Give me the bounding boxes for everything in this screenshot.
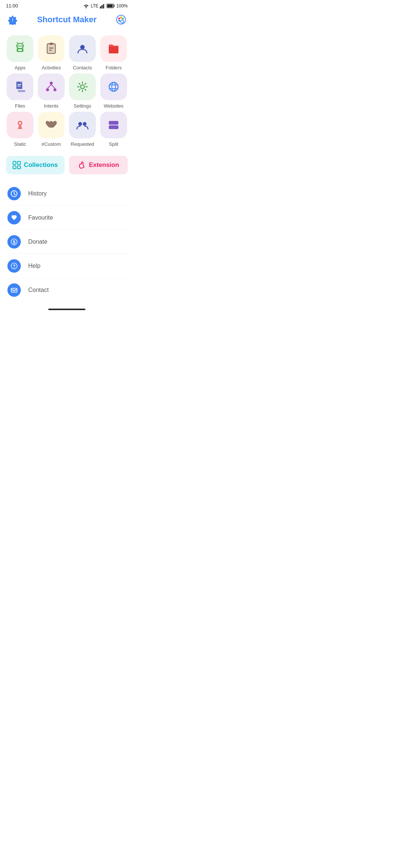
folders-label: Folders <box>105 65 121 70</box>
time-display: 11:00 <box>6 3 18 9</box>
contacts-label: Contacts <box>73 65 92 70</box>
collections-label: Collections <box>24 161 58 169</box>
svg-rect-3 <box>104 3 105 9</box>
action-buttons: Collections Extension <box>0 150 134 177</box>
svg-point-14 <box>121 20 123 23</box>
grid-item-intents[interactable]: Intents <box>37 73 65 109</box>
history-label: History <box>28 190 47 197</box>
websites-icon-box <box>100 73 127 100</box>
grid-item-contacts[interactable]: Contacts <box>68 35 97 70</box>
custom-label: #Custom <box>42 141 61 147</box>
static-label: Static <box>14 141 26 147</box>
svg-point-9 <box>118 18 120 20</box>
static-icon-box <box>7 112 33 138</box>
extension-button[interactable]: Extension <box>69 156 128 174</box>
svg-rect-30 <box>17 86 20 86</box>
activities-icon-box <box>38 35 65 62</box>
wifi-icon <box>83 4 89 8</box>
help-label: Help <box>28 263 40 269</box>
svg-point-44 <box>83 122 87 126</box>
svg-rect-23 <box>49 43 53 45</box>
grid-item-websites[interactable]: Websites <box>100 73 128 109</box>
mail-icon <box>7 283 21 297</box>
contacts-icon-box <box>69 35 96 62</box>
grid-item-folders[interactable]: Folders <box>100 35 128 70</box>
contact-label: Contact <box>28 287 49 293</box>
lte-label: LTE <box>91 3 98 9</box>
extension-label: Extension <box>89 161 119 169</box>
websites-label: Websites <box>104 103 123 109</box>
svg-point-38 <box>112 82 115 91</box>
grid-item-requested[interactable]: Requested <box>68 112 97 147</box>
status-bar: 11:00 LTE 100% <box>0 0 134 10</box>
svg-rect-46 <box>109 125 118 129</box>
svg-point-10 <box>120 17 122 19</box>
svg-rect-28 <box>18 90 25 92</box>
apps-label: Apps <box>14 65 26 70</box>
menu-list: History Favourite $ Donate ? Help <box>0 177 134 306</box>
svg-point-26 <box>80 45 85 49</box>
svg-line-34 <box>48 85 51 88</box>
svg-line-35 <box>51 85 55 88</box>
apps-icon-box <box>7 35 33 62</box>
intents-icon-box <box>38 73 65 100</box>
battery-label: 100% <box>116 3 128 9</box>
svg-point-36 <box>81 85 84 89</box>
battery-icon <box>107 4 115 8</box>
contact-item[interactable]: Contact <box>6 278 128 302</box>
grid-item-static[interactable]: Static <box>6 112 34 147</box>
svg-rect-48 <box>17 161 20 164</box>
donate-label: Donate <box>28 239 48 245</box>
svg-text:$: $ <box>13 239 16 245</box>
svg-line-17 <box>17 42 18 43</box>
help-item[interactable]: ? Help <box>6 254 128 278</box>
signal-icon <box>100 3 105 9</box>
svg-rect-57 <box>11 288 17 292</box>
svg-text:?: ? <box>13 263 16 269</box>
svg-rect-25 <box>49 50 52 51</box>
history-item[interactable]: History <box>6 182 128 206</box>
svg-rect-45 <box>109 121 118 125</box>
grid-item-split[interactable]: Split <box>100 112 128 147</box>
grid-item-activities[interactable]: Activities <box>37 35 65 70</box>
folders-icon-box <box>100 35 127 62</box>
svg-rect-6 <box>114 5 115 7</box>
settings-label: Settings <box>74 103 91 109</box>
svg-rect-24 <box>49 47 53 49</box>
donate-item[interactable]: $ Donate <box>6 230 128 254</box>
requested-icon-box <box>69 112 96 138</box>
grid-item-apps[interactable]: Apps <box>6 35 34 70</box>
svg-rect-0 <box>100 6 101 9</box>
favourite-item[interactable]: Favourite <box>6 206 128 230</box>
svg-point-51 <box>81 162 82 164</box>
svg-text:!: ! <box>12 17 13 23</box>
collections-button[interactable]: Collections <box>6 156 65 174</box>
heart-icon <box>7 211 21 224</box>
svg-point-12 <box>118 20 120 22</box>
svg-rect-5 <box>107 4 113 7</box>
dollar-icon: $ <box>7 235 21 249</box>
notification-badge-icon[interactable]: ! <box>6 13 19 26</box>
shortcut-grid: Apps Activities Contacts <box>0 32 134 150</box>
svg-rect-49 <box>13 166 16 169</box>
svg-rect-29 <box>17 84 21 85</box>
help-icon: ? <box>7 259 21 273</box>
favourite-label: Favourite <box>28 214 53 221</box>
svg-rect-50 <box>17 166 20 169</box>
intents-label: Intents <box>44 103 58 109</box>
palette-icon[interactable] <box>114 13 128 26</box>
split-label: Split <box>109 141 118 147</box>
svg-rect-47 <box>13 161 16 164</box>
files-icon-box <box>7 73 33 100</box>
home-indicator <box>48 309 85 310</box>
svg-point-32 <box>46 88 49 91</box>
svg-rect-1 <box>101 5 102 9</box>
svg-rect-20 <box>18 49 22 51</box>
custom-icon-box <box>38 112 65 138</box>
files-label: Files <box>15 103 25 109</box>
grid-item-settings[interactable]: Settings <box>68 73 97 109</box>
requested-label: Requested <box>71 141 94 147</box>
grid-item-custom[interactable]: #Custom <box>37 112 65 147</box>
settings-icon-box <box>69 73 96 100</box>
grid-item-files[interactable]: Files <box>6 73 34 109</box>
